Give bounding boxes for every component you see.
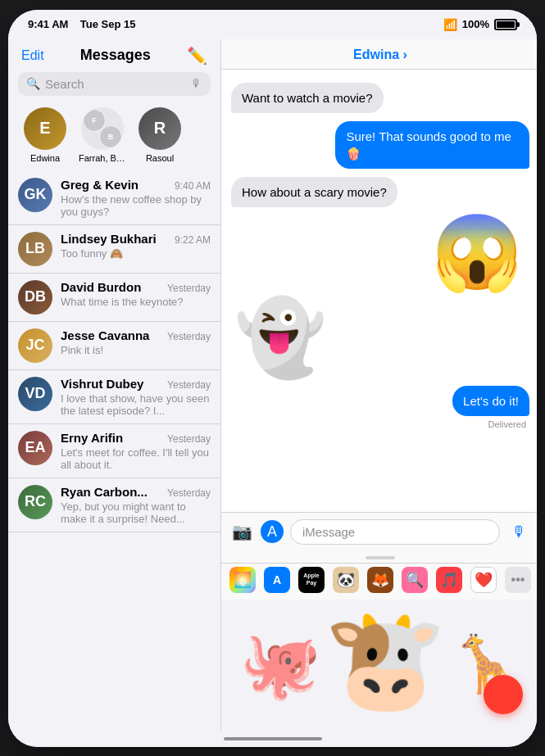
main-area: Edit Messages ✏️ 🔍 Search 🎙 E Edwina: [8, 39, 537, 731]
home-indicator: [8, 731, 537, 747]
conv-avatar-greg: GK: [18, 178, 52, 212]
mic-icon: 🎙: [191, 77, 202, 90]
conv-item-erny[interactable]: EA Erny Arifin Yesterday Let's meet for …: [8, 424, 220, 478]
tray-more-icon[interactable]: •••: [505, 567, 531, 593]
home-bar: [224, 737, 322, 740]
tray-stickers-icon[interactable]: 🔍: [402, 567, 428, 593]
messages-header: Edit Messages ✏️: [8, 39, 220, 70]
message-row-1: Want to watch a movie?: [231, 83, 529, 113]
conv-item-david[interactable]: DB David Burdon Yesterday What time is t…: [8, 274, 220, 322]
tray-health-icon[interactable]: ❤️: [470, 567, 497, 593]
apps-button[interactable]: A: [261, 520, 284, 543]
conv-preview-erny: Let's meet for coffee. I'll tell you all…: [61, 446, 211, 471]
conv-name-erny: Erny Arifin: [61, 431, 123, 445]
conv-content-erny: Erny Arifin Yesterday Let's meet for cof…: [61, 431, 211, 471]
record-button[interactable]: [484, 675, 523, 714]
date-display: Tue Sep 15: [80, 18, 136, 30]
avatar-farrah-group: F B: [81, 107, 124, 150]
pinned-contacts: E Edwina F B Farrah, Brya... R Rasoul: [8, 102, 220, 171]
memoji-row: 😱: [231, 215, 529, 289]
time-display: 9:41 AM: [28, 18, 68, 30]
tray-music-icon[interactable]: 🎵: [436, 567, 462, 593]
conv-header-greg: Greg & Kevin 9:40 AM: [61, 178, 211, 192]
battery-label: 100%: [462, 18, 489, 30]
messages-title: Messages: [80, 47, 151, 64]
camera-button[interactable]: 📷: [229, 519, 254, 544]
conv-time-david: Yesterday: [167, 283, 211, 294]
conv-avatar-lindsey: LB: [18, 232, 52, 266]
ghost-sticker: 👻: [231, 297, 329, 378]
conv-content-ryan: Ryan Carbon... Yesterday Yep, but you mi…: [61, 485, 211, 525]
bubble-text-3: How about a scary movie?: [242, 185, 387, 199]
conv-item-jesse[interactable]: JC Jesse Cavanna Yesterday Pink it is!: [8, 322, 220, 370]
conv-item-ryan[interactable]: RC Ryan Carbon... Yesterday Yep, but you…: [8, 478, 220, 532]
bubble-outgoing-1: Sure! That sounds good to me 🍿: [335, 121, 529, 169]
conv-content-lindsey: Lindsey Bukhari 9:22 AM Too funny 🙈: [61, 232, 211, 260]
imessage-input[interactable]: iMessage: [290, 519, 500, 545]
bubble-text-5: Let's do it!: [463, 394, 519, 408]
conv-time-jesse: Yesterday: [167, 331, 211, 342]
wifi-icon: 📶: [443, 18, 457, 31]
conv-avatar-erny: EA: [18, 431, 52, 465]
contact-name-rasoul: Rasoul: [136, 153, 184, 163]
conv-preview-lindsey: Too funny 🙈: [61, 247, 211, 260]
tray-applepay-icon[interactable]: ApplePay: [298, 567, 325, 593]
conv-item-greg[interactable]: GK Greg & Kevin 9:40 AM How's the new co…: [8, 171, 220, 225]
bubble-text-1: Want to watch a movie?: [242, 91, 373, 105]
contact-name-farrah: Farrah, Brya...: [79, 153, 126, 163]
edit-button[interactable]: Edit: [21, 48, 44, 63]
conv-preview-vishrut: I love that show, have you seen the late…: [61, 392, 211, 417]
conv-name-lindsey: Lindsey Bukhari: [61, 232, 157, 246]
chat-messages: Want to watch a movie? Sure! That sounds…: [221, 70, 537, 512]
shelf-octopus[interactable]: 🐙: [239, 627, 321, 704]
tray-memoji-icon[interactable]: 🐼: [333, 567, 359, 593]
input-placeholder: iMessage: [302, 525, 355, 539]
contact-name-edwina: Edwina: [21, 153, 69, 163]
conv-time-vishrut: Yesterday: [167, 379, 211, 391]
conv-avatar-ryan: RC: [18, 485, 52, 519]
conv-name-ryan: Ryan Carbon...: [61, 485, 148, 499]
conv-content-greg: Greg & Kevin 9:40 AM How's the new coffe…: [61, 178, 211, 218]
conv-item-lindsey[interactable]: LB Lindsey Bukhari 9:22 AM Too funny 🙈: [8, 225, 220, 274]
message-row-3: How about a scary movie?: [231, 177, 529, 207]
pinned-contact-farrah[interactable]: F B Farrah, Brya...: [79, 107, 126, 163]
conv-content-jesse: Jesse Cavanna Yesterday Pink it is!: [61, 328, 211, 356]
pinned-contact-edwina[interactable]: E Edwina: [21, 107, 69, 163]
conv-avatar-vishrut: VD: [18, 377, 52, 411]
conv-avatar-david: DB: [18, 280, 52, 315]
pinned-contact-rasoul[interactable]: R Rasoul: [136, 107, 184, 163]
appstore-icon: A: [267, 523, 277, 541]
conv-item-vishrut[interactable]: VD Vishrut Dubey Yesterday I love that s…: [8, 370, 220, 424]
conv-time-ryan: Yesterday: [167, 487, 211, 499]
conversation-list: GK Greg & Kevin 9:40 AM How's the new co…: [8, 171, 220, 731]
avatar-rasoul: R: [139, 107, 181, 150]
compose-button[interactable]: ✏️: [187, 46, 207, 66]
tray-appstore-icon[interactable]: A: [264, 567, 290, 593]
chat-contact-name[interactable]: Edwina ›: [353, 48, 407, 61]
bubble-outgoing-2: Let's do it!: [452, 386, 529, 416]
tray-animoji-icon[interactable]: 🦊: [367, 567, 393, 593]
conv-time-lindsey: 9:22 AM: [175, 234, 211, 246]
status-time: 9:41 AM Tue Sep 15: [28, 18, 136, 30]
status-bar: 9:41 AM Tue Sep 15 📶 100%: [8, 10, 537, 39]
bubble-incoming-2: How about a scary movie?: [231, 177, 397, 207]
chat-header: Edwina ›: [221, 39, 537, 70]
ghost-row: 👻: [231, 297, 529, 378]
avatar-edwina: E: [24, 107, 66, 150]
search-bar[interactable]: 🔍 Search 🎙: [18, 72, 211, 96]
tray-photos-icon[interactable]: 🌅: [229, 567, 256, 593]
message-row-2: Sure! That sounds good to me 🍿: [231, 121, 529, 169]
messages-list-panel: Edit Messages ✏️ 🔍 Search 🎙 E Edwina: [8, 39, 221, 731]
search-icon: 🔍: [26, 77, 40, 90]
memoji-shelf: 🐙 🐮 🦒: [221, 600, 537, 731]
shelf-cow[interactable]: 🐮: [324, 603, 447, 718]
conv-name-jesse: Jesse Cavanna: [61, 328, 149, 342]
app-tray: 🌅 A ApplePay 🐼 🦊 🔍 🎵 ❤️ •••: [221, 563, 537, 600]
chat-panel: Edwina › Want to watch a movie? Sure! Th…: [221, 39, 537, 731]
audio-button[interactable]: 🎙: [506, 519, 531, 544]
battery-icon: [494, 19, 517, 30]
memoji-sticker: 😱: [431, 215, 523, 289]
conv-preview-greg: How's the new coffee shop by you guys?: [61, 193, 211, 218]
bubble-incoming-1: Want to watch a movie?: [231, 83, 384, 113]
message-row-5: Let's do it!: [231, 386, 529, 416]
